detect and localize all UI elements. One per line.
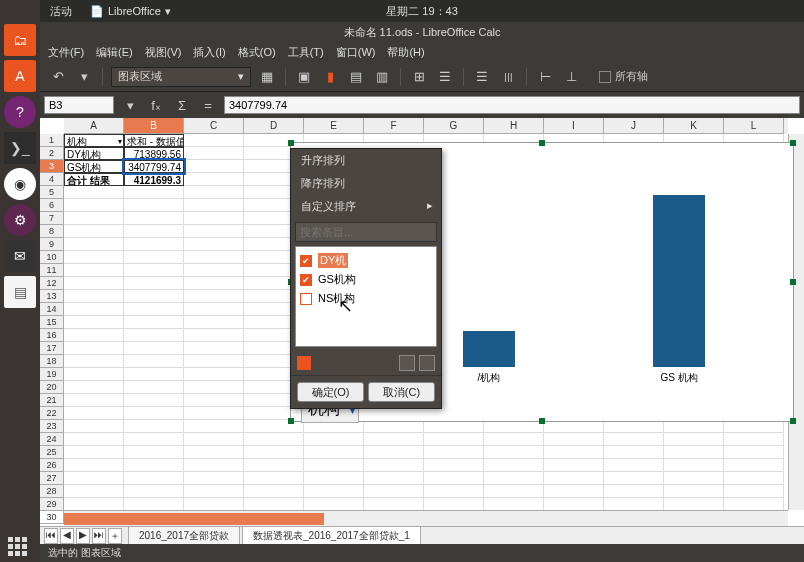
checkbox-icon[interactable]: ✔	[300, 255, 312, 267]
data-table-icon[interactable]: ▥	[372, 67, 392, 87]
redo-icon[interactable]: ▾	[74, 67, 94, 87]
checkbox-icon[interactable]	[300, 293, 312, 305]
activities-button[interactable]: 活动	[40, 4, 82, 19]
data-range-icon[interactable]: ▤	[346, 67, 366, 87]
tab-first-icon[interactable]: ⏮	[44, 528, 58, 544]
sheet-tab-1[interactable]: 2016_2017全部贷款	[128, 526, 240, 546]
menu-window[interactable]: 窗口(W)	[336, 45, 376, 60]
filter-search[interactable]	[295, 222, 437, 242]
libreoffice-icon: 📄	[90, 5, 104, 18]
sheet-tabs: ⏮ ◀ ▶ ⏭ ＋ 2016_2017全部贷款 数据透视表_2016_2017全…	[40, 526, 804, 544]
cell-a2: DY机构	[64, 147, 124, 160]
cell-b3[interactable]: 3407799.74	[124, 160, 184, 173]
select-all-icon[interactable]	[297, 356, 311, 370]
tab-last-icon[interactable]: ⏭	[92, 528, 106, 544]
tab-next-icon[interactable]: ▶	[76, 528, 90, 544]
document-icon[interactable]: ▤	[4, 276, 36, 308]
cell-a1[interactable]: 机构	[64, 134, 124, 147]
cancel-button[interactable]: 取消(C)	[368, 382, 435, 402]
format-selection-icon[interactable]: ▦	[257, 67, 277, 87]
menu-insert[interactable]: 插入(I)	[193, 45, 225, 60]
software-icon[interactable]: A	[4, 60, 36, 92]
cell-b2: 713899.56	[124, 147, 184, 160]
show-apps-icon[interactable]	[8, 537, 27, 556]
browser-icon[interactable]: ◉	[4, 168, 36, 200]
menu-help[interactable]: 帮助(H)	[387, 45, 424, 60]
gnome-topbar: 活动 📄LibreOffice ▾ 星期二 19：43	[40, 0, 804, 22]
filter-item-gs[interactable]: ✔GS机构	[300, 270, 432, 289]
all-axes-checkbox[interactable]: 所有轴	[599, 69, 648, 84]
tab-add-icon[interactable]: ＋	[108, 528, 122, 544]
launcher: 🗂 A ? ❯_ ◉ ⚙ ✉ ▤	[0, 0, 40, 562]
cell-b1: 求和 - 数据值	[124, 134, 184, 147]
filter-item-dy[interactable]: ✔DY机	[300, 251, 432, 270]
sort-desc[interactable]: 降序排列	[291, 172, 441, 195]
chart-type-icon[interactable]: ▣	[294, 67, 314, 87]
scrollbar-horizontal[interactable]	[64, 510, 788, 526]
sort-asc[interactable]: 升序排列	[291, 149, 441, 172]
titles-icon[interactable]: ⊞	[409, 67, 429, 87]
menu-file[interactable]: 文件(F)	[48, 45, 84, 60]
menubar: 文件(F) 编辑(E) 视图(V) 插入(I) 格式(O) 工具(T) 窗口(W…	[40, 42, 804, 62]
filter-list: ✔DY机 ✔GS机构 NS机构	[295, 246, 437, 347]
files-icon[interactable]: 🗂	[4, 24, 36, 56]
bar-dy	[463, 331, 515, 367]
chart-area-combo[interactable]: 图表区域	[111, 67, 251, 87]
bar-label-dy: /机构	[478, 371, 501, 385]
vgrid-icon[interactable]: ⫼	[498, 67, 518, 87]
equals-icon[interactable]: =	[198, 95, 218, 115]
ok-button[interactable]: 确定(O)	[297, 382, 364, 402]
filter-tools	[291, 351, 441, 375]
yaxis-icon[interactable]: ⊥	[561, 67, 581, 87]
cell-a4: 合计 结果	[64, 173, 124, 186]
formula-bar: ▾ fₓ Σ =	[40, 92, 804, 118]
hide-icon[interactable]	[419, 355, 435, 371]
legend-icon[interactable]: ☰	[435, 67, 455, 87]
clock[interactable]: 星期二 19：43	[386, 4, 458, 19]
custom-sort[interactable]: 自定义排序	[291, 195, 441, 218]
terminal-icon[interactable]: ❯_	[4, 132, 36, 164]
name-box[interactable]	[44, 96, 114, 114]
status-bar: 选中的 图表区域	[40, 544, 804, 562]
help-icon[interactable]: ?	[4, 96, 36, 128]
show-icon[interactable]	[399, 355, 415, 371]
autofilter-popup: 升序排列 降序排列 自定义排序 ✔DY机 ✔GS机构 NS机构 确定(O) 取消…	[290, 148, 442, 409]
bar-label-gs: GS 机构	[660, 371, 697, 385]
toolbar: ↶ ▾ 图表区域 ▦ ▣ ▮ ▤ ▥ ⊞ ☰ ☰ ⫼ ⊢ ⊥ 所有轴	[40, 62, 804, 92]
cell-a3: GS机构	[64, 160, 124, 173]
menu-tools[interactable]: 工具(T)	[288, 45, 324, 60]
chart-area-icon[interactable]: ▮	[320, 67, 340, 87]
settings-icon[interactable]: ⚙	[4, 204, 36, 236]
checkbox-icon[interactable]: ✔	[300, 274, 312, 286]
column-headers[interactable]: AB CDE FGH IJKL	[64, 118, 788, 134]
xaxis-icon[interactable]: ⊢	[535, 67, 555, 87]
formula-input[interactable]	[224, 96, 800, 114]
sheet-tab-2[interactable]: 数据透视表_2016_2017全部贷款_1	[242, 526, 421, 546]
tab-prev-icon[interactable]: ◀	[60, 528, 74, 544]
fx-icon[interactable]: fₓ	[146, 95, 166, 115]
menu-edit[interactable]: 编辑(E)	[96, 45, 133, 60]
app-menu[interactable]: 📄LibreOffice ▾	[82, 5, 179, 18]
menu-view[interactable]: 视图(V)	[145, 45, 182, 60]
filter-item-ns[interactable]: NS机构	[300, 289, 432, 308]
undo-icon[interactable]: ↶	[48, 67, 68, 87]
sum-icon[interactable]: Σ	[172, 95, 192, 115]
menu-format[interactable]: 格式(O)	[238, 45, 276, 60]
mail-icon[interactable]: ✉	[4, 240, 36, 272]
hgrid-icon[interactable]: ☰	[472, 67, 492, 87]
window-title: 未命名 11.ods - LibreOffice Calc	[40, 22, 804, 42]
dropdown-icon[interactable]: ▾	[120, 95, 140, 115]
bar-gs	[653, 195, 705, 367]
row-headers[interactable]: 1234567891011121314151617181920212223242…	[40, 134, 64, 510]
cell-b4: 4121699.3	[124, 173, 184, 186]
